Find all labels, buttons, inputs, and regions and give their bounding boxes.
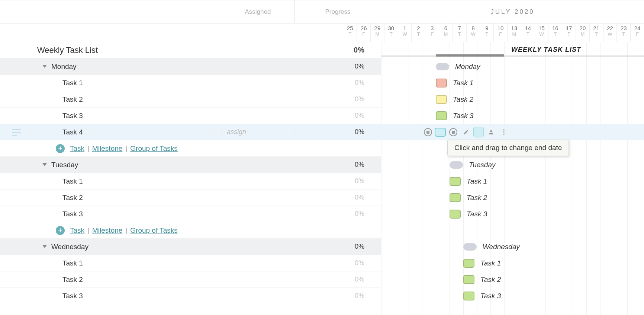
day-column: 1W bbox=[398, 23, 412, 42]
header-name-col bbox=[0, 0, 221, 23]
group-wednesday-progress: 0% bbox=[295, 243, 381, 251]
gantt-task-bar[interactable] bbox=[450, 177, 461, 186]
gantt-task-bar[interactable] bbox=[463, 292, 474, 300]
task-row[interactable]: Task 1 0% bbox=[0, 173, 381, 190]
task-row[interactable]: Task 1 0% bbox=[0, 255, 381, 271]
day-column: 13M bbox=[507, 23, 521, 42]
task-row[interactable]: Task 2 0% bbox=[0, 271, 381, 288]
day-column: 20M bbox=[576, 23, 589, 42]
project-progress: 0% bbox=[295, 46, 381, 54]
task-progress: 0% bbox=[295, 112, 381, 120]
add-milestone-link[interactable]: Milestone bbox=[91, 226, 123, 234]
task-progress: 0% bbox=[295, 79, 381, 87]
add-row-monday: + Task|Milestone|Group of Tasks bbox=[0, 140, 381, 157]
group-monday-progress: 0% bbox=[295, 63, 381, 70]
day-column: 24F bbox=[630, 23, 644, 42]
task-progress: 0% bbox=[295, 194, 381, 201]
day-column: 16T bbox=[548, 23, 562, 42]
gantt-label: Task 2 bbox=[480, 276, 501, 284]
gantt-label: Tuesday bbox=[469, 161, 495, 169]
gantt-task-bar[interactable] bbox=[436, 95, 447, 104]
color-icon[interactable] bbox=[473, 127, 484, 137]
assign-input[interactable]: assign bbox=[221, 128, 295, 136]
gantt-label: Task 1 bbox=[453, 79, 473, 87]
day-column: 7T bbox=[453, 23, 466, 42]
gantt-label: Wednesday bbox=[483, 243, 520, 251]
plus-icon[interactable]: + bbox=[56, 226, 65, 235]
gantt-label: Task 3 bbox=[480, 292, 501, 300]
day-column: 10F bbox=[493, 23, 507, 42]
drag-end-handle-icon[interactable] bbox=[448, 127, 458, 137]
more-icon[interactable] bbox=[499, 127, 509, 137]
task-progress: 0% bbox=[295, 259, 381, 267]
task-label[interactable]: Task 4 bbox=[33, 128, 221, 136]
drag-handle-icon[interactable] bbox=[12, 129, 21, 136]
group-tuesday-progress: 0% bbox=[295, 161, 381, 169]
task-row-selected[interactable]: Task 4 assign 0% bbox=[0, 124, 381, 140]
edit-icon[interactable] bbox=[461, 127, 471, 137]
gantt-label: Task 1 bbox=[480, 259, 501, 267]
task-label[interactable]: Task 3 bbox=[33, 210, 221, 218]
gantt-label: Task 3 bbox=[453, 112, 473, 120]
day-column: 9T bbox=[480, 23, 493, 42]
group-monday[interactable]: Monday 0% bbox=[0, 58, 381, 75]
task-row[interactable]: Task 2 0% bbox=[0, 91, 381, 108]
chevron-down-icon[interactable] bbox=[42, 163, 47, 166]
chevron-down-icon[interactable] bbox=[42, 245, 47, 248]
person-icon[interactable] bbox=[486, 127, 496, 137]
task-label[interactable]: Task 1 bbox=[33, 177, 221, 185]
gantt-group-pill-tuesday[interactable] bbox=[450, 161, 463, 169]
gantt-group-pill-wednesday[interactable] bbox=[463, 243, 477, 251]
task-row[interactable]: Task 3 0% bbox=[0, 288, 381, 304]
task-progress: 0% bbox=[295, 128, 381, 136]
day-column: 6M bbox=[439, 23, 453, 42]
group-monday-label: Monday bbox=[51, 63, 77, 71]
task-label[interactable]: Task 2 bbox=[33, 276, 221, 284]
task-progress: 0% bbox=[295, 292, 381, 300]
gantt-task-bar[interactable] bbox=[436, 79, 447, 88]
gantt-group-pill-monday[interactable] bbox=[436, 63, 449, 70]
task-label[interactable]: Task 1 bbox=[33, 79, 221, 87]
gantt-task-bar[interactable] bbox=[450, 210, 461, 219]
timeline-panel[interactable]: WEEKLY TASK LIST Monday Task 1 Task 2 bbox=[381, 42, 644, 315]
task-label[interactable]: Task 1 bbox=[33, 259, 221, 267]
task-label[interactable]: Task 3 bbox=[33, 112, 221, 120]
day-column: 29M bbox=[370, 23, 384, 42]
task-progress: 0% bbox=[295, 210, 381, 218]
add-milestone-link[interactable]: Milestone bbox=[91, 144, 123, 152]
gantt-summary-base bbox=[381, 55, 644, 57]
add-task-link[interactable]: Task bbox=[69, 226, 85, 234]
gantt-label: Task 2 bbox=[453, 95, 473, 104]
task-label[interactable]: Task 2 bbox=[33, 194, 221, 202]
gantt-task-bar[interactable] bbox=[463, 275, 474, 284]
gantt-label: Monday bbox=[455, 63, 480, 71]
gantt-task-bar[interactable] bbox=[450, 193, 461, 202]
add-row-tuesday: + Task|Milestone|Group of Tasks bbox=[0, 222, 381, 239]
add-task-link[interactable]: Task bbox=[69, 144, 85, 152]
gantt-task-bar[interactable] bbox=[436, 111, 447, 120]
gantt-task-bar-selected[interactable] bbox=[435, 128, 446, 137]
gantt-summary-bar[interactable] bbox=[436, 54, 504, 57]
gantt-task-bar[interactable] bbox=[463, 259, 474, 268]
group-wednesday[interactable]: Wednesday 0% bbox=[0, 239, 381, 255]
project-title[interactable]: Weekly Task List bbox=[33, 45, 221, 55]
task-row[interactable]: Task 2 0% bbox=[0, 190, 381, 206]
task-row[interactable]: Task 1 0% bbox=[0, 75, 381, 91]
task-label[interactable]: Task 3 bbox=[33, 292, 221, 300]
project-title-row[interactable]: Weekly Task List 0% bbox=[0, 42, 381, 58]
add-group-link[interactable]: Group of Tasks bbox=[129, 144, 178, 152]
chevron-down-icon[interactable] bbox=[42, 65, 47, 68]
task-label[interactable]: Task 2 bbox=[33, 95, 221, 104]
header-progress: Progress bbox=[295, 0, 381, 23]
group-tuesday[interactable]: Tuesday 0% bbox=[0, 157, 381, 173]
drag-tooltip: Click and drag to change end date bbox=[447, 140, 569, 156]
group-tuesday-label: Tuesday bbox=[51, 161, 78, 169]
gantt-label: Task 1 bbox=[467, 177, 487, 185]
day-column: 14T bbox=[521, 23, 535, 42]
plus-icon[interactable]: + bbox=[56, 144, 65, 153]
task-row[interactable]: Task 3 0% bbox=[0, 206, 381, 222]
day-column: 8W bbox=[466, 23, 480, 42]
drag-start-handle-icon[interactable] bbox=[423, 127, 433, 137]
task-row[interactable]: Task 3 0% bbox=[0, 108, 381, 124]
add-group-link[interactable]: Group of Tasks bbox=[129, 226, 178, 234]
